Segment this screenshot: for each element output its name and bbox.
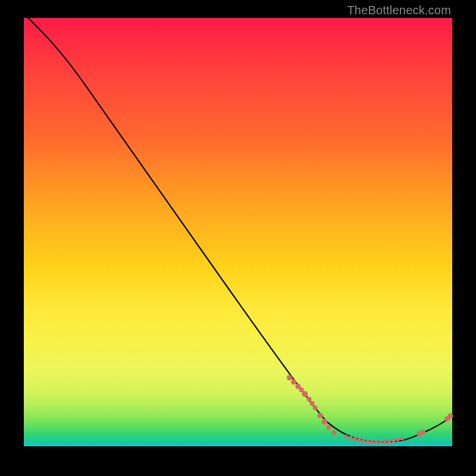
data-point <box>318 413 323 418</box>
data-point <box>374 440 378 443</box>
data-point <box>353 437 356 441</box>
data-point <box>362 439 365 442</box>
data-point <box>421 430 425 434</box>
data-point <box>349 436 352 439</box>
plot-area <box>24 18 452 446</box>
data-point <box>400 437 404 440</box>
data-point <box>448 413 453 418</box>
data-point <box>302 391 308 397</box>
data-point <box>321 419 327 425</box>
watermark-label: TheBottleneck.com <box>347 4 451 17</box>
data-point <box>396 438 399 441</box>
chart-svg <box>24 18 452 446</box>
data-point <box>392 439 395 442</box>
data-point <box>366 439 369 443</box>
marker-group <box>287 375 453 443</box>
data-point <box>307 397 312 402</box>
data-point <box>344 434 347 438</box>
data-point <box>313 405 318 410</box>
data-point <box>370 440 374 443</box>
chart-stage: TheBottleneck.com <box>0 0 476 476</box>
data-point <box>358 438 361 441</box>
data-point <box>383 440 387 443</box>
data-point <box>310 401 315 406</box>
data-point <box>291 380 296 385</box>
data-point <box>387 439 391 443</box>
performance-curve <box>28 18 452 442</box>
data-point <box>287 375 292 380</box>
data-point <box>379 440 383 443</box>
data-point <box>331 430 336 435</box>
data-point <box>327 425 331 430</box>
data-point <box>299 387 304 392</box>
